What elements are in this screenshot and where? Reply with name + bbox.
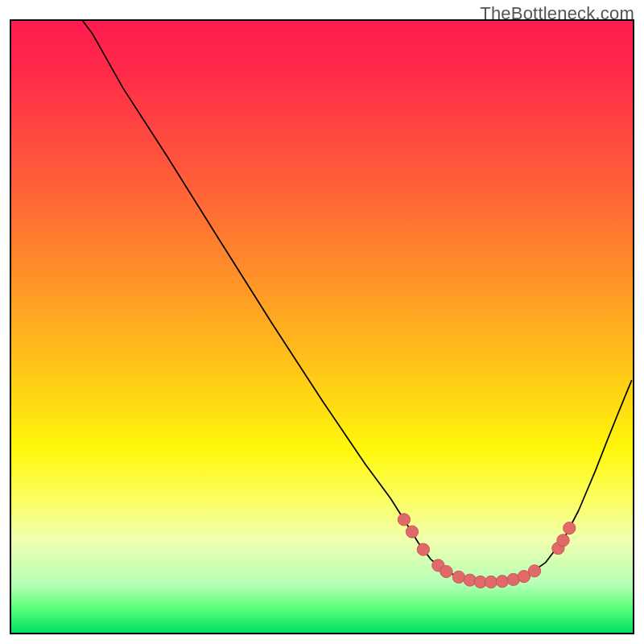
chart-marker-dot bbox=[417, 543, 429, 555]
chart-marker-dot bbox=[557, 535, 569, 547]
chart-marker-dot bbox=[440, 565, 452, 577]
chart-marker-dot bbox=[528, 565, 540, 577]
watermark-text: TheBottleneck.com bbox=[480, 3, 634, 24]
chart-marker-dot bbox=[485, 576, 497, 588]
chart-curve bbox=[83, 21, 632, 582]
chart-marker-dot bbox=[406, 526, 418, 538]
chart-plot-area bbox=[10, 19, 634, 634]
chart-marker-dot bbox=[398, 514, 410, 526]
chart-marker-dot bbox=[564, 522, 576, 534]
chart-marker-dot bbox=[496, 576, 508, 588]
chart-overlay-svg bbox=[11, 21, 633, 633]
chart-marker-dot bbox=[452, 571, 464, 583]
chart-stage: TheBottleneck.com bbox=[0, 0, 644, 644]
chart-marker-group bbox=[398, 514, 576, 588]
